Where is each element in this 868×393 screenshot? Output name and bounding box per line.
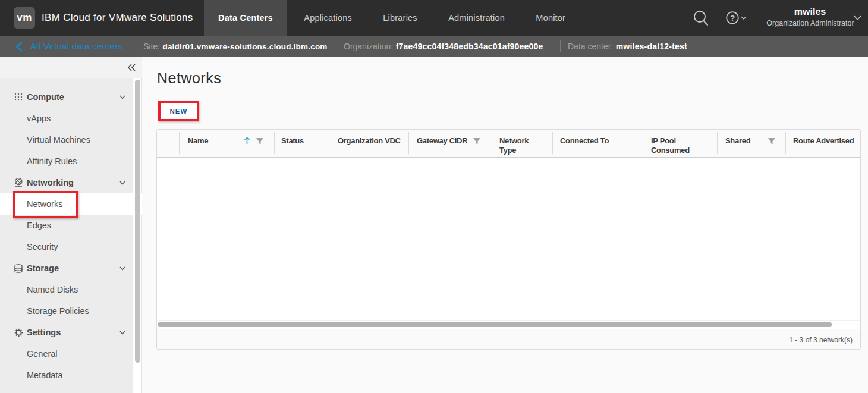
svg-text:?: ?: [730, 14, 735, 23]
